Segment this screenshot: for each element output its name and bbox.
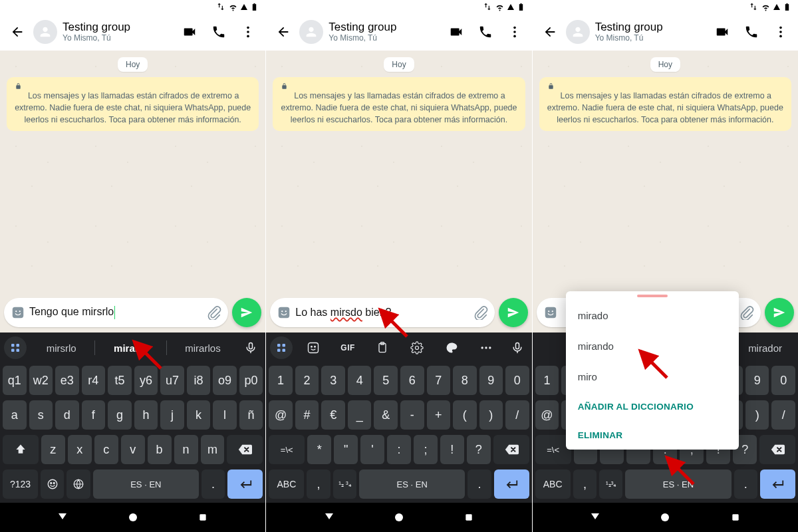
key-e[interactable]: e3: [55, 366, 79, 395]
key-3[interactable]: 3: [321, 366, 345, 395]
apps-icon[interactable]: [270, 336, 293, 359]
menu-button[interactable]: [767, 19, 794, 45]
key-*[interactable]: *: [307, 435, 331, 464]
key-9[interactable]: 9: [479, 366, 503, 395]
key-h[interactable]: h: [134, 400, 158, 430]
keyboard[interactable]: mirsrlomirarlomirarlos q1w2e3r4t5y6u7i8o…: [0, 332, 265, 503]
nav-recent[interactable]: [462, 510, 476, 525]
period-key[interactable]: .: [467, 469, 491, 499]
key-![interactable]: !: [440, 435, 464, 464]
period-key[interactable]: .: [734, 469, 757, 499]
message-text[interactable]: Tengo que mirsrlo: [29, 306, 207, 319]
suggestion-2[interactable]: mirarlos: [185, 342, 220, 354]
key-u[interactable]: u7: [160, 366, 184, 395]
key-b[interactable]: b: [148, 435, 172, 464]
key-@[interactable]: @: [269, 400, 293, 430]
key-p[interactable]: p0: [239, 366, 263, 395]
voice-call-button[interactable]: [472, 19, 499, 45]
enter-key[interactable]: [760, 469, 795, 499]
key-5[interactable]: 5: [374, 366, 398, 395]
sticker-button[interactable]: [277, 305, 291, 320]
settings-icon[interactable]: [406, 336, 428, 359]
suggestion-1[interactable]: mirarlo: [114, 342, 148, 354]
key-€[interactable]: €: [321, 400, 345, 430]
video-call-button[interactable]: [709, 19, 735, 45]
nav-home[interactable]: [658, 510, 672, 525]
key-/[interactable]: /: [505, 400, 529, 430]
comma-key[interactable]: ,: [573, 469, 597, 499]
keyboard[interactable]: GIF 1234567890@#€_&-+()/ =\< *"':;!? ABC…: [266, 332, 531, 503]
theme-icon[interactable]: [440, 336, 463, 359]
letters-toggle[interactable]: ABC: [535, 469, 571, 499]
key-+[interactable]: +: [427, 400, 451, 430]
key-/[interactable]: /: [771, 400, 795, 430]
attach-button[interactable]: [207, 305, 221, 320]
numeric-key[interactable]: ¹₂³₄: [599, 469, 622, 499]
key-v[interactable]: v: [121, 435, 145, 464]
key-?[interactable]: ?: [467, 435, 491, 464]
suggestion-0[interactable]: mirsrlo: [47, 342, 76, 354]
comma-key[interactable]: ,: [307, 469, 330, 499]
letters-toggle[interactable]: ABC: [269, 469, 304, 499]
key-8[interactable]: 8: [453, 366, 477, 395]
popup-suggestion-1[interactable]: mirando: [566, 331, 739, 362]
key-2[interactable]: 2: [295, 366, 319, 395]
space-key[interactable]: ES · EN: [93, 469, 199, 499]
more-icon[interactable]: [475, 336, 497, 359]
chat-title-area[interactable]: Testing group Yo Mismo, Tú: [326, 21, 440, 43]
avatar[interactable]: [299, 20, 323, 44]
avatar[interactable]: [566, 20, 590, 44]
key-'[interactable]: ': [360, 435, 384, 464]
back-button[interactable]: [270, 19, 297, 45]
sticker-button[interactable]: [543, 305, 558, 320]
encryption-notice[interactable]: Los mensajes y las llamadas están cifrad…: [7, 77, 259, 131]
key-o[interactable]: o9: [213, 366, 237, 395]
key-0[interactable]: 0: [771, 366, 795, 395]
video-call-button[interactable]: [176, 19, 203, 45]
chat-title-area[interactable]: Testing group Yo Mismo, Tú: [593, 21, 706, 43]
send-button[interactable]: [765, 298, 794, 327]
mic-icon[interactable]: [507, 341, 528, 354]
key-@[interactable]: @: [535, 400, 559, 430]
more-symbols-key[interactable]: =\<: [269, 435, 305, 464]
language-key[interactable]: [66, 469, 90, 499]
key-x[interactable]: x: [68, 435, 92, 464]
send-button[interactable]: [499, 298, 528, 327]
attach-button[interactable]: [473, 305, 488, 320]
key-0[interactable]: 0: [505, 366, 529, 395]
nav-home[interactable]: [126, 510, 140, 525]
key-4[interactable]: 4: [348, 366, 372, 395]
message-text[interactable]: Lo has mirsdo bien?: [295, 307, 473, 319]
video-call-button[interactable]: [443, 19, 469, 45]
key-([interactable]: (: [453, 400, 477, 430]
encryption-notice[interactable]: Los mensajes y las llamadas están cifrad…: [273, 77, 525, 131]
shift-key[interactable]: [3, 435, 39, 464]
key-i[interactable]: i8: [187, 366, 211, 395]
back-button[interactable]: [537, 19, 563, 45]
key-1[interactable]: 1: [535, 366, 559, 395]
key-#[interactable]: #: [295, 400, 319, 430]
space-key[interactable]: ES · EN: [625, 469, 731, 499]
popup-suggestion-0[interactable]: mirado: [566, 301, 739, 331]
popup-delete[interactable]: ELIMINAR: [566, 421, 739, 450]
key-l[interactable]: l: [213, 400, 237, 430]
send-button[interactable]: [232, 298, 261, 327]
encryption-notice[interactable]: Los mensajes y las llamadas están cifrad…: [539, 77, 791, 131]
sticker-kb-icon[interactable]: [302, 336, 325, 359]
nav-back[interactable]: [588, 510, 602, 525]
emoji-key[interactable]: [41, 469, 64, 499]
key-ñ[interactable]: ñ: [239, 400, 263, 430]
sticker-button[interactable]: [11, 305, 25, 320]
key-1[interactable]: 1: [269, 366, 293, 395]
key-:[interactable]: :: [387, 435, 411, 464]
chat-area[interactable]: Hoy Los mensajes y las llamadas están ci…: [533, 51, 798, 332]
voice-call-button[interactable]: [738, 19, 765, 45]
key-j[interactable]: j: [160, 400, 184, 430]
avatar[interactable]: [33, 20, 57, 44]
voice-call-button[interactable]: [205, 19, 232, 45]
enter-key[interactable]: [494, 469, 529, 499]
apps-icon[interactable]: [4, 336, 27, 359]
key-6[interactable]: 6: [400, 366, 424, 395]
key-)[interactable]: ): [745, 400, 769, 430]
key-;[interactable]: ;: [414, 435, 438, 464]
